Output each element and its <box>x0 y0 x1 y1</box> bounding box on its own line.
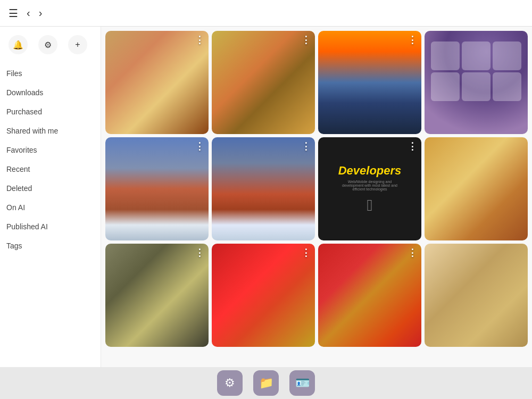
photo-menu-bowls[interactable]: ⋮ <box>301 35 311 45</box>
top-bar: ☰ ‹ › <box>0 0 532 27</box>
sidebar-item-favorites[interactable]: Favorites <box>0 142 101 159</box>
sidebar-item-on-ai[interactable]: On AI <box>0 199 101 216</box>
dock-folder-icon: 📁 <box>259 376 273 390</box>
bell-button[interactable]: 🔔 <box>9 35 28 54</box>
photo-menu-red-food[interactable]: ⋮ <box>408 248 417 257</box>
dock-wallet-icon: 🪪 <box>295 376 310 390</box>
photo-menu-tomatoes[interactable]: ⋮ <box>301 248 311 257</box>
sidebar-item-files[interactable]: Files <box>0 65 101 82</box>
developers-overlay: Developers Web/Mobile designing and deve… <box>338 164 402 214</box>
photo-food-partial[interactable] <box>425 137 528 240</box>
photo-cutting[interactable]: ⋮ <box>105 244 209 347</box>
dock-folder-button[interactable]: 📁 <box>253 370 279 396</box>
bell-icon: 🔔 <box>13 40 23 50</box>
photo-menu-developers[interactable]: ⋮ <box>408 142 417 151</box>
dock-wallet-button[interactable]: 🪪 <box>289 370 315 396</box>
settings-button[interactable]: ⚙ <box>38 35 57 54</box>
photo-burger[interactable]: ⋮ <box>105 31 209 134</box>
dock-gear-icon: ⚙ <box>225 376 235 390</box>
sidebar-item-deleted[interactable]: Deleted <box>0 180 101 197</box>
sidebar-item-published-ai[interactable]: Published AI <box>0 218 101 235</box>
main-layout: 🔔 ⚙ + Files Downloads Purchased Shared w… <box>0 27 532 399</box>
photo-menu-waterfall1[interactable]: ⋮ <box>195 142 204 151</box>
sidebar-icon-row: 🔔 ⚙ + <box>0 35 101 63</box>
photo-partial-right[interactable] <box>425 244 528 347</box>
sidebar-item-recent[interactable]: Recent <box>0 161 101 178</box>
add-button[interactable]: + <box>68 35 87 54</box>
photo-lake[interactable]: ⋮ <box>318 31 421 134</box>
sidebar-item-downloads[interactable]: Downloads <box>0 84 101 101</box>
photo-bowls[interactable]: ⋮ <box>212 31 315 134</box>
photo-tomatoes[interactable]: ⋮ <box>212 244 315 347</box>
photo-waterfall2[interactable]: ⋮ <box>212 137 315 240</box>
photo-menu-cutting[interactable]: ⋮ <box>195 248 204 257</box>
developers-subtitle: Web/Mobile designing and development wit… <box>338 180 402 191</box>
sidebar: 🔔 ⚙ + Files Downloads Purchased Shared w… <box>0 27 101 399</box>
content-area: ⋮ ⋮ ⋮ ⋮ <box>101 27 532 399</box>
bottom-dock: ⚙ 📁 🪪 <box>0 367 532 399</box>
photo-menu-lake[interactable]: ⋮ <box>408 35 417 45</box>
menu-icon[interactable]: ☰ <box>9 7 18 20</box>
forward-icon[interactable]: › <box>39 7 43 19</box>
developers-title: Developers <box>338 164 402 178</box>
back-icon[interactable]: ‹ <box>27 7 30 19</box>
apple-logo-icon:  <box>338 196 402 214</box>
add-icon: + <box>75 40 80 49</box>
sidebar-item-purchased[interactable]: Purchased <box>0 103 101 120</box>
photo-red-food[interactable]: ⋮ <box>318 244 421 347</box>
photo-menu-burger[interactable]: ⋮ <box>195 35 204 45</box>
photo-grid: ⋮ ⋮ ⋮ ⋮ <box>105 31 528 347</box>
photo-menu-waterfall2[interactable]: ⋮ <box>301 142 311 151</box>
settings-icon: ⚙ <box>44 40 52 50</box>
photo-waterfall1[interactable]: ⋮ <box>105 137 209 240</box>
photo-developers[interactable]: ⋮ Developers Web/Mobile designing and de… <box>318 137 421 240</box>
sidebar-item-tags[interactable]: Tags <box>0 237 101 254</box>
dock-gear-button[interactable]: ⚙ <box>217 370 243 396</box>
photo-phone-screen[interactable] <box>425 31 528 134</box>
sidebar-item-shared[interactable]: Shared with me <box>0 122 101 139</box>
